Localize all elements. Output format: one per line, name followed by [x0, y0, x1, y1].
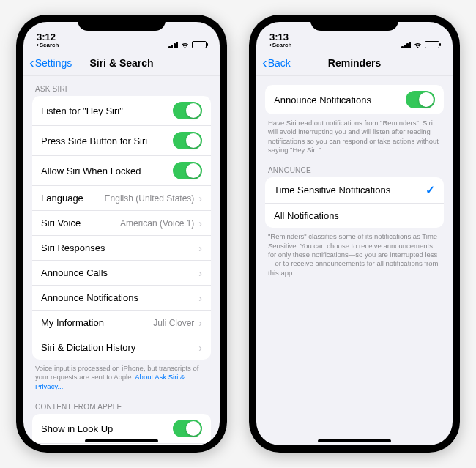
row-label: Listen for "Hey Siri" — [41, 105, 123, 116]
row-label: Announce Calls — [41, 267, 108, 278]
home-indicator[interactable] — [318, 439, 391, 442]
row-label: Time Sensitive Notifications — [274, 185, 390, 196]
status-breadcrumb[interactable]: ‹ Search — [269, 42, 291, 48]
row-siri-dictation-history[interactable]: Siri & Dictation History› — [32, 335, 211, 360]
toggle-switch[interactable] — [173, 102, 202, 119]
row-show-in-spotlight[interactable]: Show in Spotlight — [32, 443, 211, 445]
screen-right: 3:13 ‹ Search ‹ Back Reminders Announce … — [256, 22, 453, 445]
nav-bar: ‹ Back Reminders — [256, 50, 453, 76]
row-language[interactable]: LanguageEnglish (United States)› — [32, 185, 211, 210]
row-announce-notifications[interactable]: Announce Notifications — [265, 85, 444, 114]
group-announce-toggle: Announce Notifications — [265, 85, 444, 114]
chevron-left-icon: ‹ — [37, 42, 39, 48]
nav-title: Reminders — [328, 57, 381, 69]
row-label: Language — [41, 193, 83, 204]
status-time: 3:12 — [37, 32, 59, 42]
row-time-sensitive-notifications[interactable]: Time Sensitive Notifications✓ — [265, 177, 444, 203]
section-header-announce: ANNOUNCE — [256, 157, 453, 177]
row-label: Siri Voice — [41, 218, 81, 229]
footer-ask-siri: Voice input is processed on iPhone, but … — [23, 360, 220, 394]
home-indicator[interactable] — [85, 439, 158, 442]
toggle-switch[interactable] — [173, 132, 202, 149]
row-announce-calls[interactable]: Announce Calls› — [32, 260, 211, 285]
row-allow-siri-when-locked[interactable]: Allow Siri When Locked — [32, 155, 211, 185]
status-indicators — [401, 41, 439, 48]
chevron-left-icon: ‹ — [269, 42, 272, 48]
wifi-icon — [413, 41, 423, 48]
row-label: Announce Notifications — [274, 94, 371, 105]
nav-bar: ‹ Settings Siri & Search — [23, 50, 220, 76]
screen-left: 3:12 ‹ Search ‹ Settings Siri & Search A… — [23, 22, 220, 445]
chevron-right-icon: › — [198, 317, 202, 329]
row-label: Siri Responses — [41, 242, 105, 253]
notch — [78, 15, 166, 31]
nav-back-button[interactable]: ‹ Back — [262, 54, 291, 71]
row-label: Press Side Button for Siri — [41, 135, 147, 146]
row-label: Announce Notifications — [41, 292, 138, 303]
section-header-content-apple: CONTENT FROM APPLE — [23, 394, 220, 414]
footer-announce: Have Siri read out notifications from "R… — [256, 114, 453, 157]
nav-back-button[interactable]: ‹ Settings — [29, 54, 72, 71]
row-listen-for-hey-siri[interactable]: Listen for "Hey Siri" — [32, 96, 211, 125]
toggle-switch[interactable] — [173, 420, 202, 437]
chevron-right-icon: › — [198, 193, 202, 204]
row-value: American (Voice 1) — [120, 218, 194, 229]
row-label: All Notifications — [274, 210, 339, 221]
chevron-left-icon: ‹ — [29, 54, 34, 71]
settings-content[interactable]: ASK SIRI Listen for "Hey Siri"Press Side… — [23, 76, 220, 445]
toggle-switch[interactable] — [406, 91, 435, 108]
toggle-switch[interactable] — [173, 162, 202, 179]
row-all-notifications[interactable]: All Notifications — [265, 203, 444, 228]
row-label: Show in Look Up — [41, 423, 113, 434]
battery-icon — [425, 41, 439, 48]
chevron-right-icon: › — [198, 218, 202, 229]
row-siri-voice[interactable]: Siri VoiceAmerican (Voice 1)› — [32, 210, 211, 235]
settings-content[interactable]: Announce Notifications Have Siri read ou… — [256, 76, 453, 445]
row-label: My Information — [41, 317, 104, 328]
wifi-icon — [180, 41, 190, 48]
row-value: Juli Clover — [153, 318, 194, 328]
footer-announce-options: "Reminders" classifies some of its notif… — [256, 228, 453, 281]
cellular-icon — [168, 42, 178, 48]
row-my-information[interactable]: My InformationJuli Clover› — [32, 310, 211, 335]
chevron-left-icon: ‹ — [262, 54, 267, 71]
cellular-icon — [401, 42, 411, 48]
group-ask-siri: Listen for "Hey Siri"Press Side Button f… — [32, 96, 211, 360]
row-value: English (United States) — [105, 193, 195, 204]
row-label: Siri & Dictation History — [41, 342, 135, 353]
chevron-right-icon: › — [198, 267, 202, 279]
status-time: 3:13 — [269, 32, 291, 42]
row-press-side-button-for-siri[interactable]: Press Side Button for Siri — [32, 125, 211, 155]
chevron-right-icon: › — [198, 242, 202, 254]
checkmark-icon: ✓ — [425, 183, 435, 197]
battery-icon — [192, 41, 207, 48]
chevron-right-icon: › — [198, 292, 202, 304]
notch — [310, 15, 398, 31]
section-header-ask-siri: ASK SIRI — [23, 76, 220, 96]
row-label: Allow Siri When Locked — [41, 166, 141, 177]
row-announce-notifications[interactable]: Announce Notifications› — [32, 285, 211, 310]
nav-title: Siri & Search — [89, 57, 153, 69]
status-breadcrumb[interactable]: ‹ Search — [37, 42, 59, 48]
phone-right: 3:13 ‹ Search ‹ Back Reminders Announce … — [249, 15, 460, 453]
chevron-right-icon: › — [198, 342, 202, 354]
row-siri-responses[interactable]: Siri Responses› — [32, 235, 211, 260]
group-announce-options: Time Sensitive Notifications✓All Notific… — [265, 177, 444, 228]
phone-left: 3:12 ‹ Search ‹ Settings Siri & Search A… — [16, 15, 227, 453]
status-indicators — [168, 41, 207, 48]
